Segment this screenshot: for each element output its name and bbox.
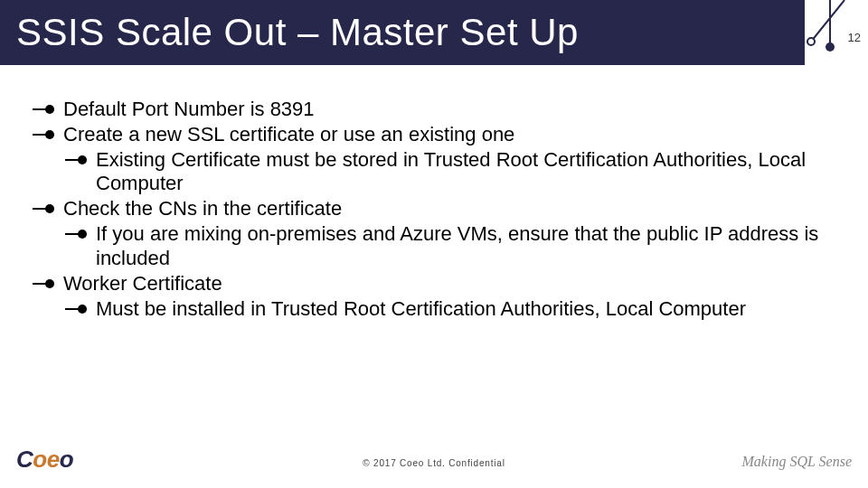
slide-header: SSIS Scale Out – Master Set Up — [0, 0, 814, 65]
bullet-level1: Worker Certificate — [33, 272, 841, 296]
bullet-text: Existing Certificate must be stored in T… — [96, 148, 806, 195]
bullet-text: Must be installed in Trusted Root Certif… — [96, 297, 746, 320]
lollipop-bullet-icon — [33, 202, 56, 215]
lollipop-bullet-icon — [65, 154, 89, 166]
page-number: 12 — [848, 31, 861, 44]
bullet-text: If you are mixing on-premises and Azure … — [96, 222, 818, 269]
svg-point-1 — [826, 42, 835, 52]
bullet-level2: Must be installed in Trusted Root Certif… — [33, 297, 841, 322]
footer-tagline: Making SQL Sense — [742, 454, 852, 470]
bullet-text: Check the CNs in the certificate — [63, 197, 342, 220]
svg-point-3 — [807, 38, 815, 45]
bullet-level2: If you are mixing on-premises and Azure … — [33, 222, 841, 271]
bullet-level1: Check the CNs in the certificate — [33, 197, 841, 221]
content-body: Default Port Number is 8391 Create a new… — [33, 98, 841, 322]
bullet-text: Default Port Number is 8391 — [63, 98, 315, 120]
bullet-text: Worker Certificate — [63, 272, 222, 295]
bullet-level1: Create a new SSL certificate or use an e… — [33, 123, 841, 147]
bullet-text: Create a new SSL certificate or use an e… — [63, 123, 514, 145]
footer-copyright: © 2017 Coeo Ltd. Confidential — [0, 458, 868, 468]
lollipop-bullet-icon — [33, 277, 56, 290]
lollipop-bullet-icon — [33, 128, 56, 141]
bullet-level2: Existing Certificate must be stored in T… — [33, 148, 841, 197]
lollipop-bullet-icon — [33, 103, 56, 116]
svg-line-2 — [811, 0, 844, 42]
bullet-level1: Default Port Number is 8391 — [33, 98, 841, 122]
lollipop-bullet-icon — [65, 303, 89, 315]
slide: SSIS Scale Out – Master Set Up 12 Defaul… — [0, 0, 868, 488]
slide-title: SSIS Scale Out – Master Set Up — [16, 11, 579, 54]
lollipop-bullet-icon — [65, 228, 89, 240]
